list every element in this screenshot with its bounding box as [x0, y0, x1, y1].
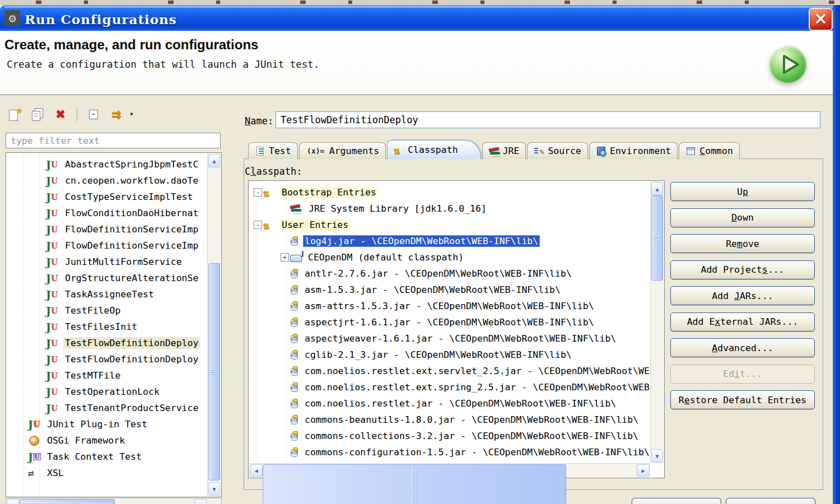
classpath-item[interactable]: aspectjrt-1.6.1.jar - \CEOpenDM\WebRoot\…	[249, 314, 650, 330]
classpath-item[interactable]: com.noelios.restlet.ext.servlet_2.5.jar …	[249, 363, 650, 379]
classpath-item[interactable]: CEOpenDM (default classpath)	[249, 249, 650, 265]
tab[interactable]: Common	[679, 142, 740, 159]
config-tree-item[interactable]: JUnit Plug-in Test	[7, 416, 208, 432]
window-title: Run Configurations	[25, 12, 177, 27]
config-tree-item[interactable]: FlowDefinitionServiceImp	[7, 221, 208, 237]
config-tree-item[interactable]: XSL	[7, 465, 208, 481]
duplicate-icon	[30, 107, 45, 122]
dialog-header: Create, manage, and run configurations C…	[0, 31, 833, 95]
expander-icon[interactable]	[281, 253, 289, 262]
scroll-up-button[interactable]: ▲	[208, 154, 220, 167]
classpath-item[interactable]: com.noelios.restlet.jar - \CEOpenDM\WebR…	[249, 395, 650, 412]
classpath-item[interactable]: com.noelios.restlet.ext.spring_2.5.jar -…	[249, 379, 650, 395]
toolbar-button[interactable]	[29, 105, 46, 123]
classpath-label: Classpath:	[245, 166, 302, 177]
classpath-item[interactable]: aspectjweaver-1.6.1.jar - \CEOpenDM\WebR…	[249, 330, 650, 347]
name-input[interactable]	[276, 111, 820, 128]
toolbar-button[interactable]	[85, 105, 102, 123]
close-button[interactable]: ×	[809, 8, 833, 31]
toolbar-button[interactable]	[108, 105, 125, 123]
config-tree-item[interactable]: TaskAssigneeTest	[7, 286, 208, 302]
classpath-item[interactable]: asm-attrs-1.5.3.jar - \CEOpenDM\WebRoot\…	[249, 298, 650, 314]
scroll-left-button[interactable]: ◀	[250, 464, 263, 477]
classpath-item[interactable]: Bootstrap Entries	[249, 184, 650, 200]
config-tree-item[interactable]: cn.ceopen.workflow.daoTe	[7, 172, 208, 189]
jar-icon	[290, 349, 301, 361]
classpath-tree-rows: Bootstrap Entries JRE System Library [jd…	[249, 181, 650, 463]
classpath-action-button[interactable]: Add External JARs...	[670, 312, 815, 332]
entries-icon	[263, 219, 278, 231]
expander-icon[interactable]	[254, 188, 262, 197]
junit-icon	[46, 386, 61, 398]
config-tree-item[interactable]: JunitMultiFormService	[7, 254, 208, 270]
bottom-button-right-partial[interactable]	[726, 498, 815, 504]
classpath-action-button[interactable]: Down	[670, 208, 815, 227]
config-tree-item[interactable]: Task Context Test	[7, 449, 208, 465]
config-tree-item[interactable]: TestFlowDefinitionDeploy	[7, 335, 208, 351]
classpath-action-button[interactable]: Edit...	[670, 365, 815, 384]
jar-icon	[290, 414, 301, 426]
toolbar-button[interactable]	[6, 105, 24, 123]
config-tree-item[interactable]: FlowDefinitionServiceImp	[7, 237, 208, 254]
classpath-item[interactable]: antlr-2.7.6.jar - \CEOpenDM\WebRoot\WEB-…	[249, 265, 650, 282]
scrollbar-thumb[interactable]	[651, 195, 663, 281]
classpath-action-button[interactable]: Advanced...	[670, 338, 815, 357]
classpath-item[interactable]: cglib-2.1_3.jar - \CEOpenDM\WebRoot\WEB-…	[249, 347, 650, 363]
toolbar-button[interactable]	[52, 105, 69, 123]
classpath-item[interactable]: JRE System Library [jdk1.6.0_16]	[249, 200, 650, 217]
config-tree-item[interactable]: FlowConditionDaoHibernat	[7, 205, 208, 221]
scroll-down-button[interactable]: ▼	[651, 449, 663, 463]
config-tree-item[interactable]: CostTypeServiceImplTest	[7, 189, 208, 205]
bottom-button-left-partial[interactable]	[632, 498, 721, 504]
expander-slot	[281, 253, 290, 262]
classpath-item[interactable]: asm-1.5.3.jar - \CEOpenDM\WebRoot\WEB-IN…	[249, 282, 650, 298]
config-tree-item[interactable]: TestFlowDefinitionDeploy	[7, 351, 208, 367]
classpath-item[interactable]: User Entries	[249, 217, 650, 233]
scrollbar-thumb[interactable]	[208, 263, 220, 480]
common-icon	[685, 147, 696, 156]
play-triangle-icon	[769, 46, 806, 83]
tab[interactable]: Environment	[589, 142, 678, 159]
background-window-strip	[0, 0, 840, 5]
classpath-action-button[interactable]: Up	[670, 182, 815, 201]
classpath-item[interactable]: commons-collections-3.2.jar - \CEOpenDM\…	[249, 428, 650, 444]
task-context-icon	[28, 451, 43, 463]
tab[interactable]: JRE	[482, 142, 526, 159]
classpath-action-button[interactable]: Remove	[670, 234, 815, 253]
scrollbar-thumb[interactable]	[263, 464, 566, 504]
tab[interactable]: Source	[527, 142, 588, 159]
classpath-action-button[interactable]: Restore Default Entries	[670, 390, 815, 409]
scrollbar-thumb[interactable]	[20, 499, 115, 504]
config-tree-item[interactable]: TestFileOp	[7, 302, 208, 319]
tab[interactable]: Classpath	[387, 140, 480, 159]
config-tree-item[interactable]: TestOperationLock	[7, 384, 208, 400]
scroll-down-button[interactable]: ▼	[208, 482, 220, 496]
scroll-up-button[interactable]: ▲	[651, 182, 663, 195]
config-tree-item[interactable]: OrgStructureAlterationSe	[7, 270, 208, 286]
jar-icon	[290, 366, 301, 377]
horizontal-scrollbar-partial: ◀ ▶	[6, 498, 222, 504]
config-tree-item[interactable]: TestTenantProductService	[7, 400, 208, 416]
config-tree-item[interactable]: TestFilesInit	[7, 319, 208, 335]
config-tree-item[interactable]: TestMTFile	[7, 367, 208, 384]
classpath-item[interactable]: log4j.jar - \CEOpenDM\WebRoot\WEB-INF\li…	[249, 233, 650, 249]
jar-icon	[290, 317, 301, 328]
scroll-right-button[interactable]: ▶	[637, 464, 650, 477]
jar-icon	[290, 301, 301, 312]
junit-plugin-icon	[28, 418, 43, 431]
expander-icon[interactable]	[254, 221, 262, 229]
classpath-action-button[interactable]: Add Projects...	[670, 260, 815, 279]
tab[interactable]: Test	[248, 142, 298, 159]
scroll-right-button[interactable]: ▶	[194, 499, 207, 504]
config-tree-item[interactable]: AbastractSpringJbpmTestC	[7, 156, 208, 172]
classpath-action-button[interactable]: Add JARs...	[670, 286, 815, 305]
classpath-item[interactable]: commons-beanutils-1.8.0.jar - \CEOpenDM\…	[249, 412, 650, 428]
run-banner-icon	[769, 46, 806, 83]
classpath-item[interactable]: commons-configuration-1.5.jar - \CEOpenD…	[249, 444, 650, 460]
config-tree-item[interactable]: OSGi Framework	[7, 432, 208, 449]
toolbar-button[interactable]	[127, 105, 136, 123]
tab[interactable]: Arguments	[299, 142, 386, 159]
dropdown-icon	[129, 111, 134, 117]
scroll-left-button[interactable]: ◀	[7, 499, 19, 504]
filter-input[interactable]	[6, 133, 221, 148]
